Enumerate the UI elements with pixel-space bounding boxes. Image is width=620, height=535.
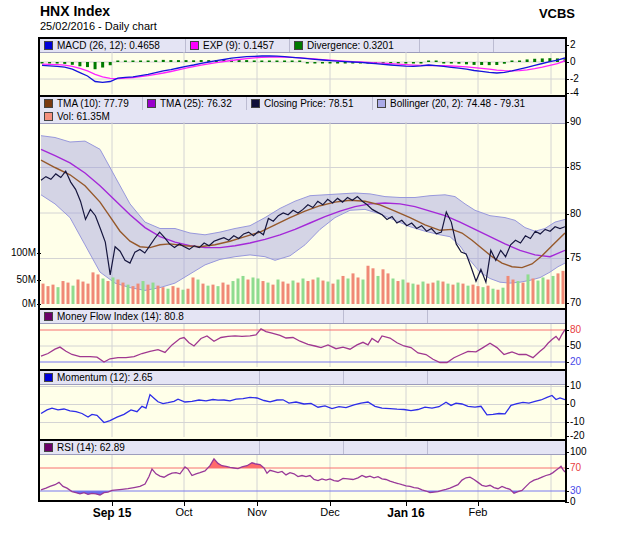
volume-bar bbox=[42, 284, 45, 304]
mfi-swatch-icon bbox=[44, 312, 53, 321]
brand-label: VCBS bbox=[539, 6, 575, 21]
volume-bar bbox=[342, 276, 345, 304]
divergence-bar bbox=[260, 61, 263, 63]
volume-bar bbox=[47, 286, 50, 304]
volume-bar bbox=[282, 282, 285, 304]
volume-bar bbox=[257, 279, 260, 305]
month-tick bbox=[478, 502, 479, 506]
divergence-bar bbox=[154, 60, 157, 62]
divergence-bar bbox=[397, 62, 400, 64]
volume-bar bbox=[397, 281, 400, 304]
volume-bar bbox=[77, 280, 80, 304]
momentum-tick: 0 bbox=[570, 398, 576, 410]
divergence-bar bbox=[291, 61, 294, 63]
volume-bar bbox=[147, 285, 150, 304]
volume-bar bbox=[292, 281, 295, 304]
price-tick: 85 bbox=[570, 161, 581, 173]
legend-item-close[interactable]: Closing Price: 78.51 bbox=[247, 97, 373, 110]
volume-bar bbox=[487, 286, 490, 304]
volume-bar bbox=[167, 289, 170, 304]
legend-item-divergence[interactable]: Divergence: 0.3201 bbox=[290, 39, 420, 52]
legend-item-tma10[interactable]: TMA (10): 77.79 bbox=[40, 97, 143, 110]
volume-bar bbox=[252, 277, 255, 304]
legend-item-momentum[interactable]: Momentum (12): 2.65 bbox=[40, 371, 260, 384]
volume-bar bbox=[407, 283, 410, 304]
volume-tick: 50M bbox=[2, 274, 36, 286]
momentum-tick: -20 bbox=[570, 430, 584, 442]
volume-bar bbox=[322, 281, 325, 304]
volume-bar bbox=[52, 285, 55, 304]
month-tick bbox=[184, 502, 185, 506]
volume-tick: 0M bbox=[2, 298, 36, 310]
rsi-tick-overbought: 70 bbox=[570, 462, 581, 474]
divergence-bar bbox=[404, 62, 407, 64]
legend-item-bollinger[interactable]: Bollinger (20, 2): 74.48 - 79.31 bbox=[373, 97, 565, 110]
legend-item-tma25[interactable]: TMA (25): 76.32 bbox=[143, 97, 247, 110]
volume-bar bbox=[127, 285, 130, 304]
volume-bar bbox=[102, 279, 105, 305]
divergence-bar bbox=[109, 62, 112, 65]
momentum-line bbox=[41, 395, 565, 423]
rsi-plot bbox=[40, 455, 565, 500]
mfi-tick-oversold: 20 bbox=[570, 356, 581, 368]
legend-item-macd[interactable]: MACD (26, 12): 0.4658 bbox=[40, 39, 186, 52]
macd-plot bbox=[40, 52, 565, 94]
volume-bar bbox=[62, 281, 65, 304]
macd-tick: -2 bbox=[570, 73, 579, 85]
volume-bar bbox=[67, 283, 70, 304]
legend-item-rsi[interactable]: RSI (14): 62.89 bbox=[40, 441, 260, 454]
volume-bar bbox=[347, 279, 350, 305]
divergence-bar bbox=[41, 62, 44, 64]
volume-bar bbox=[82, 282, 85, 304]
volume-bar bbox=[242, 276, 245, 304]
chart-subtitle: 25/02/2016 - Daily chart bbox=[40, 20, 157, 32]
divergence-bar bbox=[116, 61, 119, 63]
volume-bar bbox=[422, 282, 425, 304]
vol-swatch-icon bbox=[44, 112, 53, 121]
volume-bar bbox=[162, 287, 165, 304]
momentum-legend: Momentum (12): 2.65 bbox=[40, 371, 565, 385]
volume-bar bbox=[202, 284, 205, 304]
volume-bar bbox=[302, 279, 305, 305]
price-tick: 75 bbox=[570, 252, 581, 264]
divergence-bar bbox=[139, 61, 142, 63]
macd-tick: 2 bbox=[570, 39, 576, 51]
rsi-tick: 100 bbox=[570, 446, 587, 458]
divergence-bar bbox=[124, 61, 127, 63]
volume-bar bbox=[222, 283, 225, 304]
divergence-bar bbox=[275, 61, 278, 63]
volume-bar bbox=[477, 286, 480, 304]
divergence-bar bbox=[526, 59, 529, 62]
legend-empty-cell bbox=[260, 310, 344, 323]
legend-empty-cell bbox=[428, 441, 565, 454]
divergence-bar bbox=[480, 62, 483, 65]
volume-bar bbox=[277, 280, 280, 304]
divergence-bar bbox=[503, 62, 506, 64]
volume-bar bbox=[377, 276, 380, 304]
volume-bar bbox=[552, 276, 555, 304]
volume-bar bbox=[547, 280, 550, 304]
volume-bar bbox=[142, 281, 145, 304]
mfi-plot bbox=[40, 324, 565, 367]
rsi-legend: RSI (14): 62.89 bbox=[40, 441, 565, 455]
price-legend: TMA (10): 77.79 TMA (25): 76.32 Closing … bbox=[40, 97, 565, 124]
macd-tick: -4 bbox=[570, 87, 579, 99]
volume-bar bbox=[227, 285, 230, 304]
volume-bar bbox=[542, 277, 545, 304]
month-label: Oct bbox=[175, 506, 192, 518]
divergence-bar bbox=[245, 60, 248, 62]
legend-empty-cell bbox=[344, 441, 428, 454]
volume-bar bbox=[237, 279, 240, 305]
volume-bar bbox=[312, 280, 315, 304]
divergence-bar bbox=[268, 61, 271, 63]
volume-bar bbox=[272, 285, 275, 304]
divergence-bar bbox=[427, 61, 430, 63]
volume-bar bbox=[402, 280, 405, 304]
month-label: Dec bbox=[320, 506, 340, 518]
legend-item-exp[interactable]: EXP (9): 0.1457 bbox=[186, 39, 290, 52]
volume-bar bbox=[447, 284, 450, 304]
legend-item-mfi[interactable]: Money Flow Index (14): 80.8 bbox=[40, 310, 260, 323]
volume-bar bbox=[527, 274, 530, 304]
volume-bar bbox=[72, 286, 75, 304]
divergence-bar bbox=[336, 62, 339, 64]
